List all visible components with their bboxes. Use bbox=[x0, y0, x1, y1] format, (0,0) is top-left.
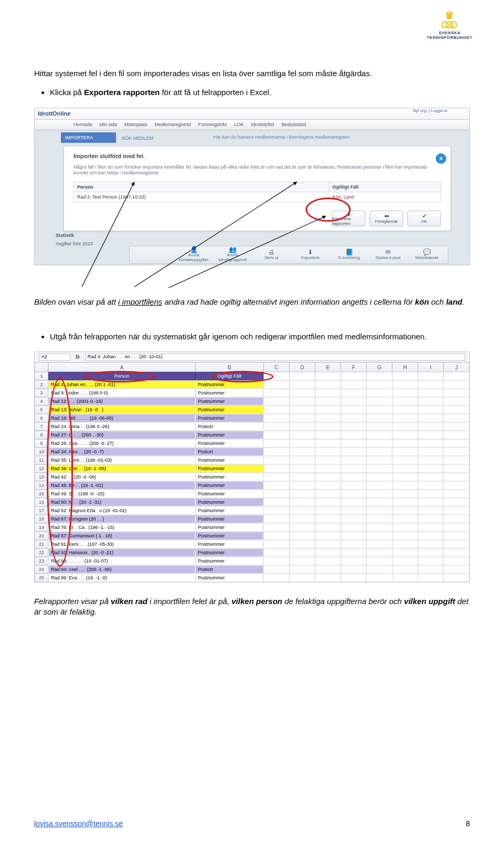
rings-icon bbox=[427, 21, 472, 28]
fx-icon: fx bbox=[76, 354, 80, 360]
app-brand: IdrottOnline bbox=[38, 110, 70, 117]
hdr-ogiltigt: Ogiltigt Fält bbox=[195, 372, 264, 380]
error-table: Person Ogiltigt Fält Rad 2: Test Person … bbox=[74, 182, 441, 202]
table-row: 21Rad 91: Kers . . . (197 -05-30)Postnum… bbox=[35, 540, 469, 548]
import-dialog: Importen slutförd med fel. Några fält i … bbox=[64, 146, 451, 231]
brand-logo: ♛ SVENSKA TENNISFÖRBUNDET bbox=[427, 11, 472, 40]
table-row: 25Rad 99: Eva . . . (19. -1 -0)Postnumme… bbox=[35, 574, 469, 582]
table-row: 18Rad 67: Forsgren (20 . . )Postnummer bbox=[35, 515, 469, 523]
nav-idrottslyftet[interactable]: Idrottslyftet bbox=[249, 122, 276, 127]
table-row: 15Rad 49: S . . (199 -0. -15)Postnummer bbox=[35, 490, 469, 498]
table-row: 14Rad 48: Eir . . (19 -1 -01)Postnummer bbox=[35, 481, 469, 490]
table-row: 3Rad 9: Andre: . . . (199 0 0)Postnummer bbox=[35, 389, 469, 397]
side-labels: Statistik Avgifter före 2013 bbox=[56, 233, 93, 246]
table-row: 24Rad 94: Axel . . . (200 -1 -06)Postort bbox=[35, 565, 469, 574]
tb-medd[interactable]: 💬Meddelande bbox=[409, 249, 445, 261]
nav-medlemsregistret[interactable]: Medlemsregistret bbox=[153, 122, 193, 127]
nav-lok[interactable]: LOK bbox=[232, 122, 246, 127]
table-row: 9Rad 28: Gus . . . . (200 -0. 27)Postnum… bbox=[35, 439, 469, 448]
table-row: 6Rad 16: Wil . . . . . (19 -06-08)Postnu… bbox=[35, 414, 469, 422]
td-person: Rad 2: Test Person (1947-10-22) bbox=[74, 192, 329, 202]
table-row: 7Rad 24: Anna . . (196 0 -26)Postort bbox=[35, 422, 469, 431]
table-row: 23Rad 93: . . . . . . (19 -01-07)Postnum… bbox=[35, 557, 469, 565]
tb-kontakt[interactable]: 👤Ändra kontaktuppgifter bbox=[176, 246, 212, 263]
check-icon: ✔ bbox=[422, 213, 427, 219]
table-row: 17Rad 52: Magnus Erla . o (19 -01-02)Pos… bbox=[35, 506, 469, 515]
page-number: 8 bbox=[466, 819, 470, 828]
user-box[interactable]: Byt org. | Logga ut bbox=[413, 108, 447, 113]
crown-icon: ♛ bbox=[427, 11, 472, 20]
hint-text: Här kan du hantera medlemmarna i förenin… bbox=[213, 134, 351, 140]
footer-email[interactable]: lovisa.svensson@tennis.se bbox=[34, 819, 123, 828]
table-row: 4Rad 12: . . . (2001-0 -16)Postnummer bbox=[35, 397, 469, 406]
table-row: 16Rad 50: M . . (20 -1 -31)Postnummer bbox=[35, 498, 469, 506]
tb-export[interactable]: ⬇Exportera bbox=[292, 249, 328, 261]
table-row: 5Rad 13: Johan . (19 -0 . )Postnummer bbox=[35, 406, 469, 414]
table-row: 20Rad 87: Gunnarsson ( 1 . 18)Postnummer bbox=[35, 532, 469, 540]
formula-bar[interactable]: Rad 4: Johan . . . en . . . (20 -10-01) bbox=[85, 354, 465, 361]
table-row: 11Rad 35: Lenn . . (196 -01-03)Postnumme… bbox=[35, 456, 469, 464]
arrow-left-icon: ⬅ bbox=[384, 213, 389, 219]
main-nav: Hemsida Min sida Mötesplats Medlemsregis… bbox=[35, 120, 469, 130]
caption-2: Felrapporten visar på vilken rad i impor… bbox=[34, 596, 470, 618]
name-box[interactable]: A2 bbox=[39, 354, 70, 361]
td-ogiltigt: Kön, Land bbox=[329, 192, 441, 202]
tab-sok-medlem[interactable]: SÖK MEDLEM bbox=[119, 132, 156, 144]
brand-line1: SVENSKA bbox=[427, 30, 472, 35]
screenshot-idrottonline: IdrottOnline Byt org. | Logga ut Hemsida… bbox=[34, 108, 470, 265]
nav-minsida[interactable]: Min sida bbox=[98, 122, 120, 127]
export-report-button[interactable]: ⬇ Exportera rapporten bbox=[332, 211, 365, 226]
nav-hemsida[interactable]: Hemsida bbox=[71, 122, 94, 127]
tb-idrott[interactable]: 👥Ändra idrott/grupp/roll bbox=[215, 246, 250, 263]
bullet-export: Klicka på Exportera rapporten för att få… bbox=[50, 87, 470, 98]
caption-1: Bilden ovan visar på att i importfilens … bbox=[34, 297, 470, 307]
bullet-workflow: Utgå från felrapporten när du systematis… bbox=[50, 331, 470, 342]
nav-foreningsinfo[interactable]: Föreningsinfo bbox=[196, 122, 229, 127]
previous-button[interactable]: ⬅ Föregående bbox=[370, 211, 403, 226]
intro-text: Hittar systemet fel i den fil som import… bbox=[34, 68, 470, 79]
close-icon[interactable]: × bbox=[436, 153, 446, 164]
table-row: 13Rad 42: . . (20 -0 -06)Postnummer bbox=[35, 473, 469, 481]
table-row: 2Rad 4: Johan en . . . (20 1 -01)Postnum… bbox=[35, 380, 469, 389]
table-row: 19Rad 76: Er. . Ca . (196 -1. -15)Postnu… bbox=[35, 523, 469, 532]
hdr-person: Person bbox=[48, 372, 195, 380]
ok-button[interactable]: ✔ OK bbox=[407, 211, 441, 226]
th-ogiltigt: Ogiltigt Fält bbox=[329, 182, 441, 192]
table-row: 12Rad 36: Chri . . (19 -1 -05)Postnummer bbox=[35, 464, 469, 473]
column-headers: A B C D E F G H I J bbox=[35, 362, 469, 372]
dialog-message: Några fält i filen du som försöker impor… bbox=[74, 164, 441, 176]
tb-epost[interactable]: ✉Skicka e-post bbox=[370, 249, 406, 261]
dialog-title: Importen slutförd med fel. bbox=[74, 153, 441, 159]
table-row: 8Rad 27: G . . . (200 . -30)Postnummer bbox=[35, 431, 469, 439]
tb-print[interactable]: 🖨Skriv ut bbox=[254, 249, 289, 261]
header-row: 1 Person Ogiltigt Fält bbox=[35, 372, 469, 380]
bottom-toolbar: 👤Ändra kontaktuppgifter 👥Ändra idrott/gr… bbox=[129, 246, 448, 264]
th-person: Person bbox=[74, 182, 329, 192]
nav-beslutsstod[interactable]: Beslutsstöd bbox=[279, 122, 308, 127]
brand-line2: TENNISFÖRBUNDET bbox=[427, 35, 472, 40]
tb-ebok[interactable]: 📘E-bokföring bbox=[331, 249, 367, 261]
tab-importera[interactable]: IMPORTERA bbox=[61, 132, 116, 143]
table-row: 22Rad 92: Hansson . (20 -0 -21)Postnumme… bbox=[35, 548, 469, 557]
screenshot-excel: A2 fx Rad 4: Johan . . . en . . . (20 -1… bbox=[34, 351, 470, 583]
table-row: 10Rad 34: Alex . . (20 -0 -7)Postort bbox=[35, 448, 469, 456]
nav-motesplats[interactable]: Mötesplats bbox=[122, 122, 150, 127]
